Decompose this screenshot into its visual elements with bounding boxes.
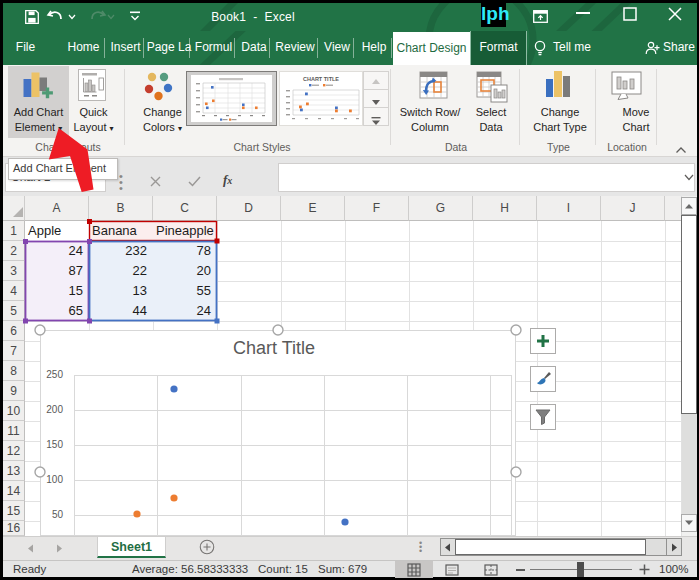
svg-text:CHART TITLE: CHART TITLE xyxy=(303,76,339,82)
